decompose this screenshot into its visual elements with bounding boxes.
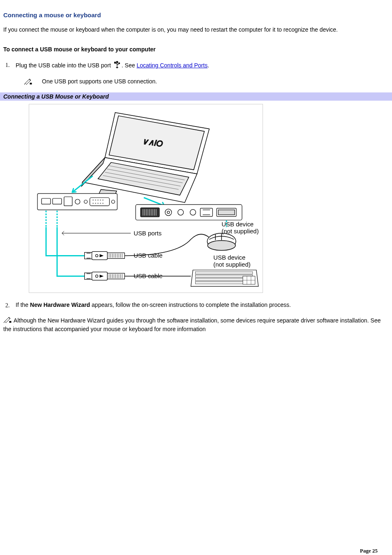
svg-point-22 [98, 200, 99, 200]
diagram-label-device-2b: (not supplied) [213, 261, 250, 268]
step1-text-a: Plug the USB cable into the USB port [16, 62, 113, 69]
note1-text: One USB port supports one USB connection… [42, 78, 157, 85]
svg-point-18 [84, 200, 88, 203]
diagram-label-device-2a: USB device [213, 254, 245, 261]
svg-rect-2 [114, 62, 115, 63]
svg-point-26 [95, 203, 96, 204]
svg-rect-50 [218, 210, 235, 215]
subheading: To connect a USB mouse or keyboard to yo… [3, 46, 389, 54]
note2-text: Although the New Hardware Wizard guides … [3, 317, 380, 332]
usb-icon [114, 61, 120, 71]
figure-caption: Connecting a USB Mouse or Keyboard [0, 92, 392, 101]
step1-text-c: . [208, 62, 209, 69]
svg-point-24 [102, 200, 103, 200]
svg-rect-89 [195, 272, 252, 274]
svg-rect-46 [200, 208, 212, 216]
svg-point-58 [96, 254, 98, 257]
note-1: One USB port supports one USB connection… [24, 78, 389, 86]
svg-point-45 [190, 210, 196, 215]
svg-point-23 [100, 200, 101, 200]
svg-rect-16 [64, 197, 72, 206]
svg-point-43 [167, 211, 170, 214]
intro-paragraph: If you connect the mouse or keyboard whe… [3, 26, 389, 34]
svg-point-17 [75, 199, 80, 204]
svg-point-20 [93, 200, 94, 200]
svg-point-29 [102, 203, 103, 204]
svg-point-30 [111, 200, 115, 203]
svg-point-3 [118, 63, 120, 64]
svg-point-72 [208, 240, 235, 250]
pencil-note-icon [3, 316, 12, 325]
svg-point-25 [93, 203, 94, 204]
svg-point-21 [95, 200, 96, 200]
step1-text-b: . See [122, 62, 137, 69]
svg-rect-6 [30, 83, 32, 84]
step2-text-a: If the [16, 302, 30, 308]
pencil-note-icon [24, 78, 32, 86]
step-1: 1. Plug the USB cable into the USB port … [16, 61, 389, 71]
step-2: 2. If the New Hardware Wizard appears, f… [16, 301, 389, 309]
diagram-label-device-1b: (not supplied) [221, 227, 258, 234]
page-number: Page 25 [360, 548, 378, 554]
svg-point-0 [116, 61, 118, 63]
step2-text-b: appears, follow the on-screen instructio… [90, 302, 291, 308]
svg-rect-99 [9, 321, 11, 322]
svg-rect-14 [42, 198, 51, 204]
svg-point-44 [178, 210, 184, 215]
diagram-label-device-1a: USB device [221, 220, 254, 227]
diagram-label-usb-ports: USB ports [134, 229, 161, 236]
svg-rect-15 [53, 198, 62, 204]
svg-point-28 [100, 203, 101, 204]
svg-point-77 [96, 275, 98, 277]
svg-point-27 [98, 203, 99, 204]
svg-rect-19 [90, 198, 110, 206]
locating-controls-link[interactable]: Locating Controls and Ports [136, 62, 208, 69]
section-heading: Connecting a mouse or keyboard [3, 12, 389, 18]
note-2: Although the New Hardware Wizard guides … [3, 316, 389, 333]
usb-connection-diagram: ∨∧IO [29, 104, 263, 293]
step2-bold: New Hardware Wizard [30, 302, 90, 308]
svg-rect-32 [141, 208, 159, 217]
